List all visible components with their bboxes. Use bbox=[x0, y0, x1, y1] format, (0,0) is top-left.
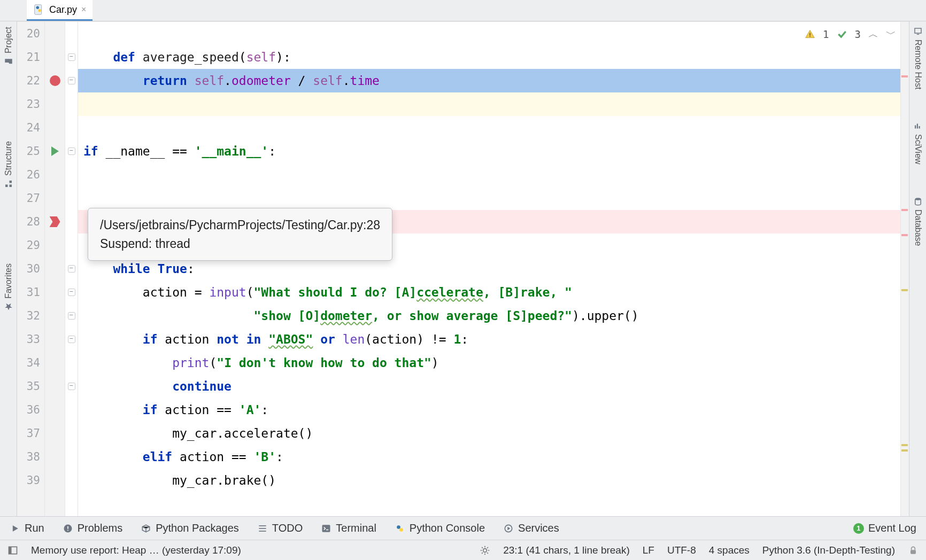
tooltip-detail: Suspend: thread bbox=[100, 235, 380, 253]
code-line[interactable]: return self.odometer / self.time bbox=[78, 69, 909, 92]
stripe-marker[interactable] bbox=[901, 449, 908, 452]
svg-rect-25 bbox=[9, 547, 12, 554]
status-indent[interactable]: 4 spaces bbox=[709, 545, 750, 556]
lock-icon[interactable] bbox=[908, 545, 919, 556]
line-number-gutter: 2021222324252627282930313233343536373839 bbox=[17, 22, 45, 516]
gear-icon[interactable] bbox=[480, 545, 490, 556]
svg-rect-6 bbox=[809, 33, 811, 36]
svg-point-21 bbox=[397, 525, 400, 529]
tool-tab-run[interactable]: Run bbox=[10, 522, 44, 534]
stripe-marker[interactable] bbox=[901, 234, 908, 236]
svg-rect-11 bbox=[916, 124, 917, 129]
weak-warning-icon bbox=[837, 29, 847, 40]
editor-tabs: Car.py × bbox=[0, 0, 926, 21]
code-line[interactable]: if __name__ == '__main__': bbox=[78, 139, 909, 163]
status-interpreter[interactable]: Python 3.6 (In-Depth-Testing) bbox=[762, 545, 895, 556]
breakpoint-gutter[interactable] bbox=[45, 22, 65, 516]
svg-rect-15 bbox=[67, 526, 68, 528]
code-line[interactable] bbox=[78, 186, 909, 210]
tool-tab-todo[interactable]: TODO bbox=[257, 522, 303, 534]
code-line[interactable]: elif action == 'B': bbox=[78, 445, 909, 469]
breakpoint-icon[interactable] bbox=[50, 75, 60, 86]
file-tab[interactable]: Car.py × bbox=[27, 0, 92, 21]
fold-icon[interactable] bbox=[68, 336, 75, 343]
tool-tab-event-log[interactable]: 1Event Log bbox=[853, 522, 916, 534]
fold-icon[interactable] bbox=[68, 265, 75, 273]
database-icon bbox=[913, 197, 923, 206]
stripe-marker[interactable] bbox=[901, 75, 908, 77]
weak-warning-count: 3 bbox=[855, 28, 861, 40]
structure-icon bbox=[4, 179, 13, 189]
code-line[interactable]: if action not in "ABOS" or len(action) !… bbox=[78, 328, 909, 351]
rail-item-favorites[interactable]: Favorites bbox=[4, 263, 13, 312]
stripe-marker[interactable] bbox=[901, 289, 908, 291]
svg-rect-4 bbox=[5, 184, 8, 187]
code-line[interactable] bbox=[78, 163, 909, 186]
project-icon bbox=[4, 57, 13, 66]
run-gutter-icon[interactable] bbox=[51, 146, 59, 156]
chevron-down-icon[interactable]: ﹀ bbox=[886, 27, 896, 41]
svg-point-2 bbox=[38, 9, 41, 12]
services-icon bbox=[503, 523, 514, 534]
status-memory[interactable]: Memory use report: Heap … (yesterday 17:… bbox=[31, 545, 241, 556]
svg-rect-8 bbox=[915, 28, 921, 33]
status-line-sep[interactable]: LF bbox=[643, 545, 654, 556]
tool-tab-problems[interactable]: Problems bbox=[63, 522, 122, 534]
stripe-marker[interactable] bbox=[901, 209, 908, 211]
rail-item-database[interactable]: Database bbox=[913, 197, 923, 246]
fold-icon[interactable] bbox=[68, 383, 75, 390]
stripe-marker[interactable] bbox=[901, 444, 908, 446]
code-editor[interactable]: 2021222324252627282930313233343536373839… bbox=[17, 21, 909, 516]
chevron-up-icon[interactable]: ︿ bbox=[868, 27, 878, 41]
code-area[interactable]: 1 3 ︿ ﹀ def average_speed(self): bbox=[78, 22, 909, 516]
favorites-icon bbox=[4, 302, 13, 312]
remote-icon bbox=[913, 27, 923, 36]
code-line[interactable]: continue bbox=[78, 375, 909, 398]
svg-rect-19 bbox=[259, 531, 266, 532]
fold-icon[interactable] bbox=[68, 53, 75, 61]
code-line[interactable]: print("I don't know how to do that") bbox=[78, 351, 909, 375]
fold-icon[interactable] bbox=[68, 289, 75, 296]
code-line[interactable]: my_car.brake() bbox=[78, 469, 909, 492]
rail-item-project[interactable]: Project bbox=[4, 27, 13, 66]
tool-window-icon[interactable] bbox=[7, 545, 18, 556]
play-icon bbox=[10, 523, 20, 534]
close-icon[interactable]: × bbox=[81, 5, 86, 14]
fold-icon[interactable] bbox=[68, 147, 75, 155]
tool-tab-services[interactable]: Services bbox=[503, 522, 559, 534]
rail-item-sciview[interactable]: SciView bbox=[913, 121, 923, 165]
fold-gutter[interactable] bbox=[65, 22, 78, 516]
tool-tab-python-console[interactable]: Python Console bbox=[395, 522, 485, 534]
svg-rect-7 bbox=[809, 36, 811, 37]
packages-icon bbox=[141, 523, 151, 534]
rail-item-remote-host[interactable]: Remote Host bbox=[913, 27, 923, 89]
code-line[interactable]: action = input("What should I do? [A]cce… bbox=[78, 281, 909, 304]
status-caret-pos[interactable]: 23:1 (41 chars, 1 line break) bbox=[503, 545, 630, 556]
breakpoint-suspend-icon[interactable] bbox=[50, 216, 60, 227]
svg-point-1 bbox=[36, 6, 40, 9]
status-bar: Memory use report: Heap … (yesterday 17:… bbox=[0, 540, 926, 560]
tool-tab-python-packages[interactable]: Python Packages bbox=[141, 522, 239, 534]
code-line[interactable]: def average_speed(self): bbox=[78, 45, 909, 69]
code-line[interactable] bbox=[78, 22, 909, 45]
error-stripe[interactable] bbox=[900, 22, 909, 516]
code-line[interactable]: my_car.accelerate() bbox=[78, 422, 909, 445]
tooltip-path: /Users/jetbrains/PycharmProjects/Testing… bbox=[100, 216, 380, 235]
code-line[interactable]: if action == 'A': bbox=[78, 398, 909, 422]
svg-rect-20 bbox=[322, 525, 330, 532]
svg-point-13 bbox=[915, 198, 921, 200]
fold-icon[interactable] bbox=[68, 77, 75, 84]
svg-rect-27 bbox=[910, 550, 916, 554]
svg-rect-5 bbox=[9, 181, 12, 183]
rail-item-structure[interactable]: Structure bbox=[4, 141, 13, 189]
tool-tab-terminal[interactable]: Terminal bbox=[321, 522, 376, 534]
file-tab-label: Car.py bbox=[49, 4, 77, 15]
code-line[interactable] bbox=[78, 116, 909, 139]
status-encoding[interactable]: UTF-8 bbox=[667, 545, 696, 556]
code-line[interactable] bbox=[78, 92, 909, 116]
code-line[interactable]: "show [O]dometer, or show average [S]pee… bbox=[78, 304, 909, 328]
inspection-widget[interactable]: 1 3 ︿ ﹀ bbox=[805, 27, 896, 41]
event-log-badge: 1 bbox=[853, 523, 864, 534]
sciview-icon bbox=[913, 121, 923, 131]
fold-icon[interactable] bbox=[68, 312, 75, 320]
